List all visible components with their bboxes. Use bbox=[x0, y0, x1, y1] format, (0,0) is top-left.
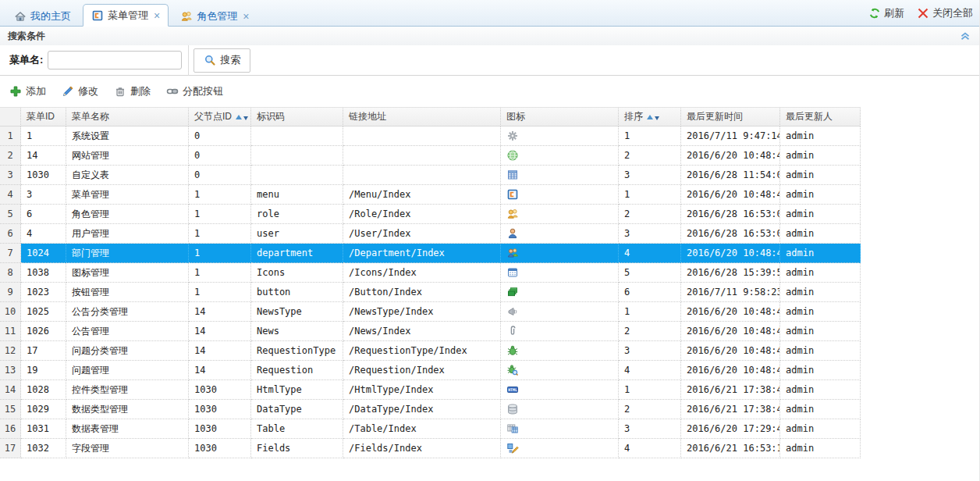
trash-icon bbox=[114, 85, 126, 98]
sort-cell: 4 bbox=[619, 244, 681, 263]
sort-cell: 3 bbox=[619, 166, 681, 185]
grid-header-row: 菜单ID 菜单名称 父节点ID 标识码 链接地址 图标 排序 最后更新时间 最后… bbox=[0, 107, 979, 126]
id-cell: 1031 bbox=[21, 419, 66, 439]
icon-cell bbox=[501, 244, 619, 263]
app-window: 我的主页 菜单管理 × 角色管理 × 刷新 关闭全部 搜索条件 bbox=[0, 0, 980, 481]
header-cell-code[interactable]: 标识码 bbox=[251, 107, 343, 126]
num-cell: 14 bbox=[0, 380, 21, 400]
header-cell-menu-id[interactable]: 菜单ID bbox=[21, 107, 66, 126]
url-cell: /Button/Index bbox=[343, 283, 501, 302]
header-cell-parent-id[interactable]: 父节点ID bbox=[189, 107, 251, 126]
code-cell: department bbox=[251, 244, 343, 263]
table-row[interactable]: 214网站管理022016/6/20 10:48:44admin bbox=[0, 146, 979, 166]
name-cell: 角色管理 bbox=[66, 205, 189, 224]
code-cell: Table bbox=[251, 419, 343, 439]
parent-cell: 1 bbox=[189, 244, 251, 263]
user-cell: admin bbox=[780, 244, 861, 263]
icon-cell bbox=[501, 146, 619, 166]
parent-cell: 14 bbox=[189, 341, 251, 361]
edit-button[interactable]: 修改 bbox=[62, 84, 98, 98]
sort-arrows-icon[interactable] bbox=[647, 113, 659, 120]
table-row[interactable]: 151029数据类型管理1030DataType/DataType/Index2… bbox=[0, 400, 979, 419]
user-icon bbox=[506, 227, 519, 240]
id-cell: 17 bbox=[21, 341, 66, 361]
gear-icon bbox=[506, 130, 519, 142]
table-row[interactable]: 111026公告管理14News/News/Index22016/6/20 10… bbox=[0, 322, 979, 341]
table-row[interactable]: 161031数据表管理1030Table/Table/Index32016/6/… bbox=[0, 419, 979, 439]
bug-icon bbox=[506, 344, 519, 357]
refresh-button[interactable]: 刷新 bbox=[868, 6, 904, 20]
num-cell: 4 bbox=[0, 185, 21, 205]
code-cell: role bbox=[251, 205, 343, 224]
id-cell: 1 bbox=[21, 126, 66, 146]
icon-cell bbox=[501, 126, 619, 146]
table-row[interactable]: 141028控件类型管理1030HtmlType/HtmlType/IndexH… bbox=[0, 380, 979, 400]
close-all-button[interactable]: 关闭全部 bbox=[917, 6, 973, 20]
table-row[interactable]: 1319问题管理14Requestion/Requestion/Index420… bbox=[0, 361, 979, 380]
sort-arrows-icon[interactable] bbox=[236, 113, 248, 120]
header-cell-updated-time[interactable]: 最后更新时间 bbox=[681, 107, 780, 126]
icon-cell bbox=[501, 205, 619, 224]
icon-cell bbox=[501, 302, 619, 322]
time-cell: 2016/6/20 10:48:44 bbox=[681, 361, 780, 380]
table-row[interactable]: 101025公告分类管理14NewsType/NewsType/Index120… bbox=[0, 302, 979, 322]
close-tab-icon[interactable]: × bbox=[154, 10, 160, 21]
header-cell-sort[interactable]: 排序 bbox=[619, 107, 681, 126]
search-form: 菜单名: 搜索 bbox=[0, 45, 979, 76]
parent-cell: 0 bbox=[189, 126, 251, 146]
menu-name-input[interactable] bbox=[48, 51, 182, 69]
code-cell: user bbox=[251, 224, 343, 244]
table-row[interactable]: 43菜单管理1menu/Menu/Index12016/6/20 10:48:4… bbox=[0, 185, 979, 205]
tab-menu-management[interactable]: 菜单管理 × bbox=[83, 4, 169, 27]
url-cell: /Department/Index bbox=[343, 244, 501, 263]
tab-role-management[interactable]: 角色管理 × bbox=[172, 6, 257, 26]
header-cell-updated-by[interactable]: 最后更新人 bbox=[780, 107, 861, 126]
parent-cell: 14 bbox=[189, 322, 251, 341]
data-grid: 菜单ID 菜单名称 父节点ID 标识码 链接地址 图标 排序 最后更新时间 最后… bbox=[0, 107, 979, 458]
assign-buttons-button[interactable]: 分配按钮 bbox=[166, 84, 223, 98]
table-row[interactable]: 71024部门管理1department/Department/Index420… bbox=[0, 244, 979, 263]
num-cell: 8 bbox=[0, 263, 21, 283]
table-row[interactable]: 81038图标管理1Icons/Icons/Index52016/6/28 15… bbox=[0, 263, 979, 283]
table-row[interactable]: 91023按钮管理1button/Button/Index62016/7/11 … bbox=[0, 283, 979, 302]
table-row[interactable]: 1217问题分类管理14RequestionType/RequestionTyp… bbox=[0, 341, 979, 361]
close-tab-icon[interactable]: × bbox=[243, 11, 249, 22]
code-cell: NewsType bbox=[251, 302, 343, 322]
url-cell: /Role/Index bbox=[343, 205, 501, 224]
table-row[interactable]: 171032字段管理1030Fields/Fields/Index42016/6… bbox=[0, 439, 979, 458]
num-cell: 7 bbox=[0, 244, 21, 263]
tab-my-home[interactable]: 我的主页 bbox=[6, 6, 79, 26]
search-button[interactable]: 搜索 bbox=[194, 48, 250, 73]
table-row[interactable]: 56角色管理1role/Role/Index22016/6/28 16:53:0… bbox=[0, 205, 979, 224]
table-row[interactable]: 64用户管理1user/User/Index32016/6/28 16:53:0… bbox=[0, 224, 979, 244]
parent-cell: 1030 bbox=[189, 419, 251, 439]
parent-cell: 1030 bbox=[189, 400, 251, 419]
num-cell: 12 bbox=[0, 341, 21, 361]
code-cell: Icons bbox=[251, 263, 343, 283]
assign-label: 分配按钮 bbox=[183, 84, 223, 98]
datatable-icon bbox=[506, 422, 519, 435]
add-button[interactable]: 添加 bbox=[9, 84, 46, 98]
num-cell: 6 bbox=[0, 224, 21, 244]
sort-cell: 2 bbox=[619, 205, 681, 224]
svg-text:HTML: HTML bbox=[508, 388, 517, 392]
menu-icon bbox=[506, 188, 519, 201]
header-cell-menu-name[interactable]: 菜单名称 bbox=[66, 107, 189, 126]
tab-bar: 我的主页 菜单管理 × 角色管理 × 刷新 关闭全部 bbox=[0, 0, 979, 27]
delete-button[interactable]: 删除 bbox=[114, 84, 151, 98]
id-cell: 1030 bbox=[21, 166, 66, 185]
department-icon bbox=[506, 247, 519, 259]
time-cell: 2016/6/28 15:39:53 bbox=[681, 263, 780, 283]
icon-cell bbox=[501, 361, 619, 380]
url-cell: /RequestionType/Index bbox=[343, 341, 501, 361]
num-cell: 1 bbox=[0, 126, 21, 146]
table-row[interactable]: 31030自定义表032016/6/28 11:54:01admin bbox=[0, 166, 979, 185]
header-cell-url[interactable]: 链接地址 bbox=[343, 107, 501, 126]
header-cell-icon[interactable]: 图标 bbox=[501, 107, 619, 126]
sort-cell: 1 bbox=[619, 185, 681, 205]
sort-cell: 2 bbox=[619, 146, 681, 166]
time-cell: 2016/6/20 10:48:44 bbox=[681, 146, 780, 166]
collapse-panel-icon[interactable] bbox=[959, 30, 971, 42]
sort-cell: 1 bbox=[619, 380, 681, 400]
table-row[interactable]: 11系统设置012016/7/11 9:47:14admin bbox=[0, 126, 979, 146]
